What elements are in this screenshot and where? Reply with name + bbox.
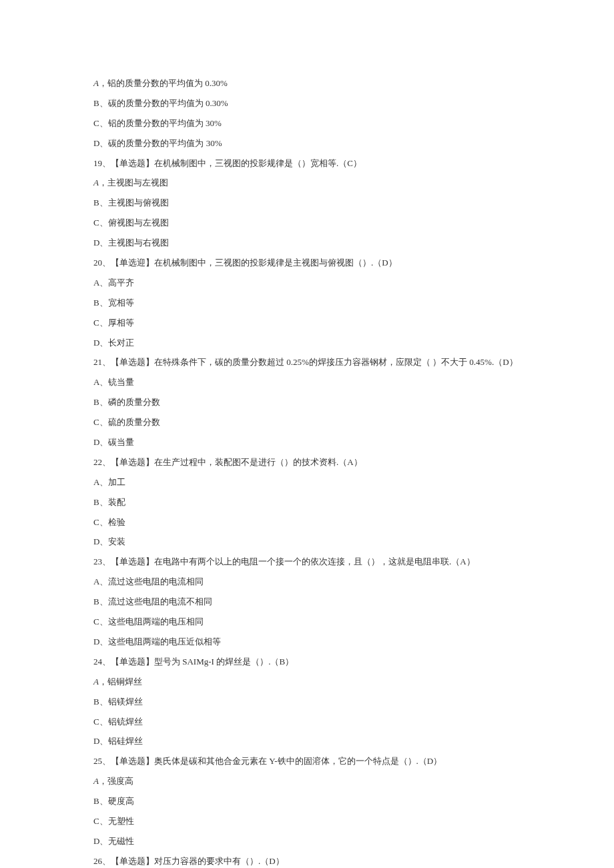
option-text: 厚相等 (108, 318, 134, 328)
separator: ， (99, 776, 107, 786)
option-text: 宽相等 (108, 298, 134, 308)
question-line: 19、【单选题】在机械制图中，三视图的投影规律是（）宽相等.（C） (93, 153, 521, 173)
option-label: B (93, 197, 99, 207)
option-line: C、无塑性 (93, 811, 521, 831)
option-line: A、加工 (93, 472, 521, 492)
separator: 、 (102, 756, 111, 766)
separator: 、 (99, 497, 108, 507)
option-label: A (93, 177, 99, 187)
option-text: 主视图与俯视图 (108, 197, 169, 207)
option-text: 加工 (108, 477, 125, 487)
option-line: C、俯视图与左视图 (93, 213, 521, 233)
option-line: B、宽相等 (93, 293, 521, 313)
option-label: B (93, 98, 99, 108)
option-label: C (93, 417, 99, 427)
question-text: 【单选题】在生产过程中，装配图不是进行（）的技术资料.（A） (111, 457, 362, 467)
question-number: 26 (93, 856, 102, 866)
option-line: D、主视图与右视图 (93, 233, 521, 253)
option-line: A，铝的质量分数的平均值为 0.30% (93, 73, 521, 93)
separator: 、 (99, 517, 108, 527)
question-text: 【单选题】在机械制图中，三视图的投影规律是（）宽相等.（C） (111, 158, 362, 168)
option-line: D、长对正 (93, 333, 521, 353)
option-text: 检验 (108, 517, 125, 527)
question-number: 24 (93, 657, 102, 667)
separator: 、 (102, 258, 111, 268)
option-text: 铝镁焊丝 (108, 697, 143, 707)
question-line: 21、【单选题】在特殊条件下，碳的质量分数超过 0.25%的焊接压力容器钢材，应… (93, 352, 521, 372)
question-text: 【单选题】在特殊条件下，碳的质量分数超过 0.25%的焊接压力容器钢材，应限定（… (111, 357, 518, 367)
option-label: B (93, 796, 99, 806)
option-text: 流过这些电阻的电流相同 (108, 576, 204, 586)
option-line: B、主视图与俯视图 (93, 193, 521, 213)
option-text: 装配 (108, 497, 125, 507)
option-text: 碳的质量分数的平均值为 0.30% (108, 98, 228, 108)
option-label: C (93, 318, 99, 328)
separator: 、 (99, 278, 108, 288)
separator: 、 (99, 816, 108, 826)
option-text: 硫的质量分数 (108, 417, 160, 427)
option-line: D、安装 (93, 532, 521, 552)
option-label: C (93, 717, 99, 727)
option-text: 无磁性 (108, 836, 134, 846)
document-content: A，铝的质量分数的平均值为 0.30%B、碳的质量分数的平均值为 0.30%C、… (93, 73, 521, 868)
separator: 、 (102, 657, 111, 667)
option-label: A (93, 477, 99, 487)
separator: 、 (99, 298, 108, 308)
separator: 、 (102, 856, 111, 866)
separator: 、 (99, 796, 108, 806)
option-label: D (93, 836, 99, 846)
separator: 、 (102, 357, 111, 367)
separator: ， (99, 78, 107, 88)
option-line: A，铝铜焊丝 (93, 672, 521, 692)
separator: 、 (102, 556, 111, 566)
question-line: 22、【单选题】在生产过程中，装配图不是进行（）的技术资料.（A） (93, 452, 521, 472)
option-line: C、厚相等 (93, 313, 521, 333)
separator: 、 (99, 616, 108, 626)
option-text: 主视图与右视图 (108, 238, 169, 248)
separator: 、 (102, 158, 111, 168)
question-number: 21 (93, 357, 102, 367)
option-label: A (93, 576, 99, 586)
separator: 、 (99, 576, 108, 586)
separator: 、 (99, 437, 108, 447)
option-line: A，主视图与左视图 (93, 173, 521, 193)
question-number: 20 (93, 258, 102, 268)
separator: 、 (99, 596, 108, 606)
option-text: 铝的质量分数的平均值为 0.30% (107, 78, 228, 88)
option-line: C、硫的质量分数 (93, 412, 521, 432)
separator: 、 (99, 138, 108, 148)
question-line: 20、【单选迎】在机械制图中，三视图的投影规律是主视图与俯视图（）.（D） (93, 253, 521, 273)
option-line: C、铝铳焊丝 (93, 712, 521, 732)
option-text: 高平齐 (108, 278, 134, 288)
option-label: B (93, 596, 99, 606)
separator: 、 (99, 536, 108, 546)
separator: 、 (99, 377, 108, 387)
option-label: D (93, 238, 99, 248)
option-label: D (93, 636, 99, 646)
option-line: C、检验 (93, 512, 521, 532)
option-label: D (93, 338, 99, 348)
option-line: C、铝的质量分数的平均值为 30% (93, 113, 521, 133)
option-line: B、流过这些电阻的电流不相同 (93, 592, 521, 612)
separator: 、 (99, 118, 108, 128)
option-line: B、磷的质量分数 (93, 392, 521, 412)
option-label: A (93, 278, 99, 288)
option-text: 流过这些电阻的电流不相同 (108, 596, 212, 606)
option-label: B (93, 497, 99, 507)
separator: 、 (99, 238, 108, 248)
question-text: 【单选迎】在机械制图中，三视图的投影规律是主视图与俯视图（）.（D） (111, 258, 397, 268)
question-line: 24、【单选题】型号为 SAIMg-I 的焊丝是（）.（B） (93, 652, 521, 672)
separator: ， (99, 177, 107, 187)
option-line: D、碳当量 (93, 432, 521, 452)
separator: 、 (99, 197, 108, 207)
option-text: 碳当量 (108, 437, 134, 447)
separator: 、 (99, 636, 108, 646)
option-label: C (93, 218, 99, 228)
separator: 、 (99, 417, 108, 427)
option-line: C、这些电阻两端的电压相同 (93, 612, 521, 632)
question-text: 【单选题】在电路中有两个以上的电阻一个接一个的依次连接，且（），这就是电阻串联.… (111, 556, 475, 566)
option-line: B、装配 (93, 492, 521, 512)
question-number: 25 (93, 756, 102, 766)
separator: 、 (99, 98, 108, 108)
option-line: B、碳的质量分数的平均值为 0.30% (93, 93, 521, 113)
